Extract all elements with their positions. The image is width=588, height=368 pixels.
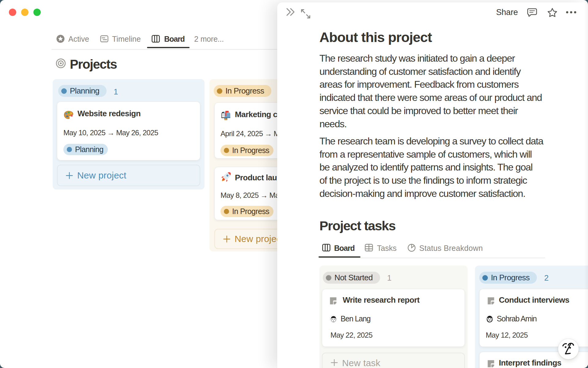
task-card-write-research-report[interactable]: Write research report Ben Lang May 22, 2…	[322, 289, 465, 347]
minimize-window-button[interactable]	[21, 9, 28, 16]
assignee-name: Ben Lang	[341, 314, 370, 323]
close-peek-chevrons-icon[interactable]	[283, 5, 297, 20]
task-card-conduct-interviews[interactable]: Conduct interviews Sohrab Amin May 12, 2…	[479, 289, 588, 347]
comments-icon[interactable]	[527, 7, 537, 19]
about-paragraph-2: The research team is developing a survey…	[319, 135, 561, 200]
column-name: Planning	[70, 86, 99, 96]
new-project-label: New project	[235, 234, 284, 244]
column-header-pill-not-started[interactable]: Not Started	[323, 272, 380, 284]
card-dates: May 10, 2025 → May 26, 2025	[63, 128, 158, 137]
column-count: 1	[114, 87, 118, 97]
avatar-sohrab-amin	[486, 315, 493, 323]
task-column-not-started: Not Started 1 Write research report Ben …	[319, 266, 468, 368]
active-tab-underline	[147, 47, 190, 48]
ai-face-logo	[562, 342, 575, 356]
expand-page-icon[interactable]	[300, 8, 311, 21]
tasks-section-title: Project tasks	[319, 218, 395, 234]
column-header-pill-in-progress[interactable]: In Progress	[479, 272, 537, 284]
card-status-tag: In Progress	[221, 145, 273, 156]
card-date: May 12, 2025	[486, 331, 528, 339]
bullseye-page-icon[interactable]	[56, 58, 66, 70]
tab-tasks[interactable]: Tasks	[377, 243, 397, 253]
page-title: Projects	[70, 56, 117, 72]
tab-active[interactable]: Active	[68, 34, 89, 44]
status-dot-blue	[67, 147, 72, 152]
assignee-row: Ben Lang	[330, 314, 370, 323]
page-icon	[329, 297, 337, 306]
tab-status-breakdown[interactable]: Status Breakdown	[419, 243, 483, 253]
plus-icon	[223, 235, 231, 243]
favorite-star-icon[interactable]	[547, 7, 558, 20]
side-peek-panel: Share About this project The research st…	[277, 2, 588, 368]
share-button[interactable]: Share	[496, 8, 518, 17]
page-icon	[487, 360, 495, 368]
status-dot-amber	[224, 148, 229, 153]
plus-icon	[330, 358, 338, 367]
avatar-ben-lang	[330, 315, 337, 323]
zoom-window-button[interactable]	[33, 9, 41, 16]
board-view-icon	[152, 35, 160, 44]
new-project-button-planning[interactable]: New project	[57, 165, 200, 186]
notion-app-window: Active Timeline Board 2 more... Projects…	[0, 0, 588, 368]
active-view-star-icon	[56, 35, 65, 44]
new-task-label: New task	[342, 358, 380, 368]
assignee-row: Sohrab Amin	[486, 314, 537, 323]
card-title: Interpret findings	[499, 358, 561, 368]
tabs-divider	[319, 258, 545, 258]
status-dot-amber	[217, 88, 222, 94]
column-count: 2	[544, 273, 548, 283]
new-task-button[interactable]: New task	[322, 353, 465, 368]
tab-more[interactable]: 2 more...	[194, 34, 224, 44]
new-project-label: New project	[77, 170, 126, 181]
status-dot-amber	[224, 209, 229, 214]
card-title: Website redesign	[77, 109, 141, 118]
card-status-tag: Planning	[63, 144, 108, 155]
more-options-icon[interactable]	[565, 10, 578, 16]
tab-board[interactable]: Board	[164, 34, 185, 44]
column-name: In Progress	[225, 86, 264, 96]
page-icon	[487, 297, 495, 306]
plus-icon	[65, 171, 74, 180]
tab-timeline[interactable]: Timeline	[112, 34, 141, 44]
tag-label: Planning	[75, 145, 104, 154]
tag-label: In Progress	[232, 207, 269, 216]
tabs-divider	[51, 49, 282, 50]
column-header-pill-in-progress[interactable]: In Progress	[214, 85, 271, 97]
card-date: May 22, 2025	[330, 331, 372, 339]
tag-label: In Progress	[232, 146, 269, 155]
board-view-icon	[322, 244, 330, 253]
status-dot-gray	[326, 275, 331, 281]
notion-ai-button[interactable]	[558, 339, 579, 359]
peek-page-title: About this project	[319, 29, 432, 46]
column-name: Not Started	[334, 273, 373, 282]
board-column-planning: Planning 1 Website redesign May 1	[53, 79, 205, 190]
project-card-website-redesign[interactable]: Website redesign May 10, 2025 → May 26, …	[57, 102, 200, 160]
timeline-view-icon	[100, 35, 108, 44]
status-dot-blue	[61, 88, 67, 94]
pie-chart-icon	[407, 243, 416, 253]
tab-board[interactable]: Board	[334, 243, 355, 253]
assignee-name: Sohrab Amin	[497, 314, 537, 323]
column-header-pill-planning[interactable]: Planning	[58, 85, 107, 97]
card-title: Conduct interviews	[499, 295, 569, 305]
close-window-button[interactable]	[9, 9, 16, 16]
mailbox-emoji	[221, 110, 231, 122]
card-status-tag: In Progress	[221, 206, 273, 217]
column-name: In Progress	[491, 273, 530, 282]
column-count: 1	[387, 273, 391, 283]
rocket-emoji	[221, 171, 232, 184]
status-dot-blue	[482, 275, 488, 281]
artist-palette-emoji	[63, 110, 74, 121]
table-view-icon	[365, 244, 373, 253]
card-title: Write research report	[343, 295, 420, 305]
about-paragraph-1: The research study was initiated to gain…	[319, 52, 561, 130]
